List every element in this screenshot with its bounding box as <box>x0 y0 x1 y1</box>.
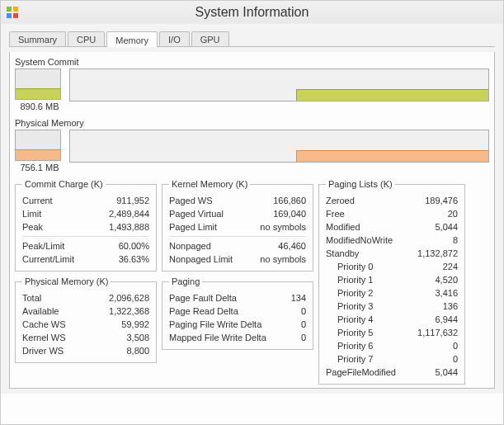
label: Zeroed <box>326 194 355 207</box>
value: 169,040 <box>273 207 306 220</box>
window-title: System Information <box>19 5 485 20</box>
value: 911,952 <box>116 194 149 207</box>
paging-group: Paging Page Fault Delta134 Page Read Del… <box>162 276 313 350</box>
label: Modified <box>326 220 360 234</box>
label: Priority 6 <box>337 339 373 352</box>
paging-lists-group: Paging Lists (K) Zeroed189,476 Free20 Mo… <box>318 179 465 385</box>
label: Current/Limit <box>22 253 74 266</box>
value: 1,493,888 <box>109 220 149 234</box>
label: Paged Virtual <box>169 207 224 220</box>
value: 0 <box>301 318 306 331</box>
client-area: Summary CPU Memory I/O GPU System Commit… <box>1 24 503 394</box>
physical-memory-legend: Physical Memory (K) <box>22 276 111 286</box>
value: 6,944 <box>435 313 458 326</box>
value: no symbols <box>260 253 306 266</box>
value: 3,508 <box>126 331 149 344</box>
label: Mapped File Write Delta <box>169 331 266 344</box>
value: 2,096,628 <box>109 291 149 305</box>
kernel-memory-group: Kernel Memory (K) Paged WS166,860 Paged … <box>162 179 313 272</box>
label: Paged Limit <box>169 220 217 234</box>
label: Paged WS <box>169 194 213 207</box>
physical-mini: 756.1 MB <box>15 130 64 172</box>
paging-lists-legend: Paging Lists (K) <box>326 179 395 189</box>
label: Priority 4 <box>337 313 373 326</box>
system-commit-label: System Commit <box>15 57 489 67</box>
tab-gpu[interactable]: GPU <box>191 31 229 46</box>
commit-charge-group: Commit Charge (K) Current911,952 Limit2,… <box>15 179 157 272</box>
label: Priority 1 <box>337 273 373 286</box>
label: Priority 5 <box>337 326 373 339</box>
value: 5,044 <box>435 220 458 234</box>
value: 224 <box>443 260 458 273</box>
value: 8 <box>453 234 458 247</box>
value: 0 <box>301 331 306 344</box>
value: 20 <box>448 207 458 220</box>
value: 0 <box>301 305 306 318</box>
label: Priority 0 <box>337 260 373 273</box>
value: 136 <box>443 300 458 313</box>
physical-history-chart <box>69 130 489 163</box>
label: Peak <box>22 220 43 234</box>
value: 60.00% <box>119 239 149 253</box>
value: 4,520 <box>435 273 458 286</box>
tab-cpu[interactable]: CPU <box>68 31 105 46</box>
label: Free <box>326 207 345 220</box>
value: 8,800 <box>126 344 149 357</box>
label: PageFileModified <box>326 366 396 379</box>
label: Paging File Write Delta <box>169 318 261 331</box>
label: Nonpaged Limit <box>169 253 233 266</box>
system-information-window: System Information Summary CPU Memory I/… <box>0 0 504 425</box>
commit-history-chart <box>69 68 489 102</box>
value: 189,476 <box>425 194 458 207</box>
physical-memory-group: Physical Memory (K) Total2,096,628 Avail… <box>15 276 157 363</box>
label: Page Read Delta <box>169 305 238 318</box>
value: 5,044 <box>435 366 458 379</box>
label: Priority 7 <box>337 352 373 366</box>
label: Nonpaged <box>169 239 211 253</box>
value: 36.63% <box>119 253 149 266</box>
label: Priority 2 <box>337 286 373 300</box>
label: Kernel WS <box>22 331 66 344</box>
commit-mini: 890.6 MB <box>15 68 64 111</box>
label: Page Fault Delta <box>169 291 237 305</box>
value: 1,117,632 <box>417 326 458 339</box>
value: 166,860 <box>273 194 306 207</box>
value: 59,992 <box>121 318 149 331</box>
physical-memory-chart: Physical Memory 756.1 MB <box>15 118 489 172</box>
value: 0 <box>453 339 458 352</box>
value: 0 <box>453 352 458 366</box>
tab-io[interactable]: I/O <box>159 31 190 46</box>
value: 1,132,872 <box>417 247 458 260</box>
value: 2,489,844 <box>109 207 149 220</box>
label: Priority 3 <box>337 300 373 313</box>
value: 134 <box>291 291 306 305</box>
value: 46,460 <box>278 239 306 253</box>
titlebar: System Information <box>1 1 503 24</box>
label: Peak/Limit <box>22 239 64 253</box>
app-icon <box>6 6 19 19</box>
physical-memory-label: Physical Memory <box>15 118 489 128</box>
commit-value: 890.6 MB <box>15 102 64 111</box>
kernel-memory-legend: Kernel Memory (K) <box>169 179 250 189</box>
value: 1,322,368 <box>109 305 149 318</box>
tab-content: System Commit 890.6 MB Physical Memory <box>9 52 495 389</box>
physical-value: 756.1 MB <box>15 163 64 172</box>
value: 3,416 <box>435 286 458 300</box>
label: Cache WS <box>22 318 66 331</box>
label: ModifiedNoWrite <box>326 234 393 247</box>
label: Current <box>22 194 53 207</box>
commit-charge-legend: Commit Charge (K) <box>22 179 106 189</box>
tab-summary[interactable]: Summary <box>9 31 66 46</box>
system-commit-chart: System Commit 890.6 MB <box>15 57 489 111</box>
label: Available <box>22 305 59 318</box>
tab-memory[interactable]: Memory <box>106 31 158 47</box>
tabstrip: Summary CPU Memory I/O GPU <box>9 29 495 47</box>
label: Total <box>22 291 41 305</box>
label: Driver WS <box>22 344 64 357</box>
label: Standby <box>326 247 359 260</box>
label: Limit <box>22 207 41 220</box>
paging-legend: Paging <box>169 276 202 286</box>
value: no symbols <box>260 220 306 234</box>
